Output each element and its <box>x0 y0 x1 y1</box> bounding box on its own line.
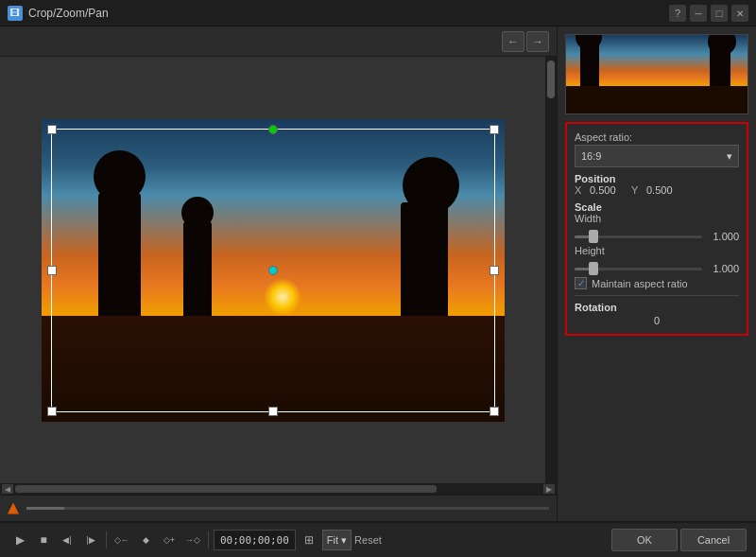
height-slider-row: 1.000 <box>575 260 739 277</box>
reset-label[interactable]: Reset <box>354 534 382 546</box>
horizontal-scrollbar[interactable]: ◀ ▶ <box>0 483 557 495</box>
thumb-ground <box>566 86 747 113</box>
divider <box>575 295 739 296</box>
timeline-row <box>0 495 557 521</box>
canvas-row <box>0 57 557 483</box>
canvas-area[interactable] <box>0 57 545 483</box>
position-section: Position X 0.500 Y 0.500 <box>575 173 739 196</box>
timecode-display[interactable]: 00;00;00;00 <box>214 530 296 550</box>
window-controls <box>669 5 748 22</box>
fit-dropdown[interactable]: Fit <box>322 530 352 550</box>
back-icon: ← <box>507 35 519 48</box>
bottom-toolbar: ▶ ■ ◀| |▶ ◇← ◆ ◇+ →◇ 00;00;00;00 ⊞ Fit R… <box>0 521 756 557</box>
prev-frame-button[interactable]: ◀| <box>57 530 77 550</box>
ok-button[interactable]: OK <box>611 529 678 551</box>
grid-icon: ⊞ <box>304 533 314 547</box>
sun-element <box>264 278 301 316</box>
height-label: Height <box>575 245 739 256</box>
scale-section: Scale Width 1.000 <box>575 201 739 289</box>
preview-thumbnail <box>565 34 748 114</box>
position-row: X 0.500 Y 0.500 <box>575 184 739 196</box>
horizontal-scroll-track[interactable] <box>15 485 541 493</box>
rotation-label: Rotation <box>575 302 739 313</box>
minimize-button[interactable] <box>690 5 707 22</box>
ok-label: OK <box>637 534 652 546</box>
prev-frame-icon: ◀| <box>62 535 71 545</box>
stop-button[interactable]: ■ <box>33 530 54 550</box>
person2-head <box>181 197 214 229</box>
width-slider[interactable] <box>575 228 702 245</box>
check-icon: ✓ <box>577 279 585 288</box>
aspect-ratio-dropdown[interactable]: 16:9 <box>575 145 739 167</box>
close-button[interactable] <box>731 5 748 22</box>
height-slider-track <box>575 268 702 270</box>
height-slider-thumb[interactable] <box>589 262 598 275</box>
fit-value: Fit <box>327 534 338 546</box>
scroll-left-arrow[interactable]: ◀ <box>2 484 13 494</box>
next-frame-button[interactable]: |▶ <box>80 530 101 550</box>
play-icon: ▶ <box>16 533 25 547</box>
height-value[interactable]: 1.000 <box>706 263 739 274</box>
timeline-progress <box>26 507 64 510</box>
mark-in-icon: ◇← <box>114 535 129 545</box>
title-bar: 🎞 Crop/Zoom/Pan <box>0 0 756 26</box>
close-icon <box>736 8 744 19</box>
timeline-playhead[interactable] <box>8 503 19 514</box>
rotation-value[interactable]: 0 <box>575 315 739 326</box>
timeline-track[interactable] <box>26 507 549 510</box>
mark-in-button[interactable]: ◇← <box>112 530 132 550</box>
height-row: Height 1.000 <box>575 245 739 277</box>
left-panel: ← → <box>0 26 558 521</box>
mark-out-button[interactable]: →◇ <box>182 530 203 550</box>
cancel-button[interactable]: Cancel <box>680 529 747 551</box>
maximize-button[interactable] <box>711 5 728 22</box>
right-panel: Aspect ratio: 16:9 Position X 0.500 Y 0.… <box>558 26 756 521</box>
aspect-ratio-value: 16:9 <box>581 150 601 162</box>
cancel-label: Cancel <box>697 534 730 546</box>
back-button[interactable]: ← <box>502 31 524 52</box>
fit-chevron-icon <box>341 534 347 547</box>
person2-body <box>183 221 212 316</box>
next-frame-icon: |▶ <box>86 535 94 545</box>
position-y-value[interactable]: 0.500 <box>646 184 682 196</box>
maintain-aspect-checkbox[interactable]: ✓ <box>575 277 587 289</box>
ground-element <box>42 316 505 422</box>
person1-body <box>98 193 141 316</box>
vertical-scroll-thumb[interactable] <box>547 61 555 98</box>
maximize-icon <box>716 8 723 19</box>
app-icon: 🎞 <box>8 6 23 21</box>
aspect-ratio-section: Aspect ratio: 16:9 <box>575 131 739 167</box>
position-x-value[interactable]: 0.500 <box>590 184 626 196</box>
maintain-aspect-label: Maintain aspect ratio <box>592 278 688 289</box>
width-row: Width 1.000 <box>575 213 739 245</box>
mark-icon: ◆ <box>143 535 149 545</box>
add-keyframe-button[interactable]: ◇+ <box>159 530 180 550</box>
width-value[interactable]: 1.000 <box>706 231 739 242</box>
vertical-scrollbar[interactable] <box>545 57 557 483</box>
window-title: Crop/Zoom/Pan <box>28 7 669 20</box>
width-slider-thumb[interactable] <box>589 230 598 243</box>
separator-1 <box>106 531 107 548</box>
controls-panel: Aspect ratio: 16:9 Position X 0.500 Y 0.… <box>565 122 748 336</box>
horizontal-scroll-thumb[interactable] <box>15 485 437 493</box>
person3-body <box>401 202 448 316</box>
video-frame[interactable] <box>42 119 505 422</box>
position-y-label: Y <box>631 184 641 196</box>
add-keyframe-icon: ◇+ <box>163 535 175 545</box>
height-slider[interactable] <box>575 260 702 277</box>
grid-button[interactable]: ⊞ <box>299 530 319 550</box>
forward-icon: → <box>532 35 543 48</box>
width-slider-track <box>575 235 702 238</box>
rotation-section: Rotation 0 <box>575 302 739 326</box>
forward-button[interactable]: → <box>526 31 549 52</box>
help-button[interactable] <box>669 5 686 22</box>
position-label: Position <box>575 173 739 184</box>
scroll-right-arrow[interactable]: ▶ <box>543 484 555 494</box>
maintain-aspect-row: ✓ Maintain aspect ratio <box>575 277 739 289</box>
chevron-down-icon <box>727 150 732 163</box>
person1-head <box>94 150 146 202</box>
mark-point-button[interactable]: ◆ <box>135 530 156 550</box>
play-button[interactable]: ▶ <box>9 530 30 550</box>
video-frame-container <box>42 119 505 422</box>
main-layout: ← → <box>0 26 756 521</box>
